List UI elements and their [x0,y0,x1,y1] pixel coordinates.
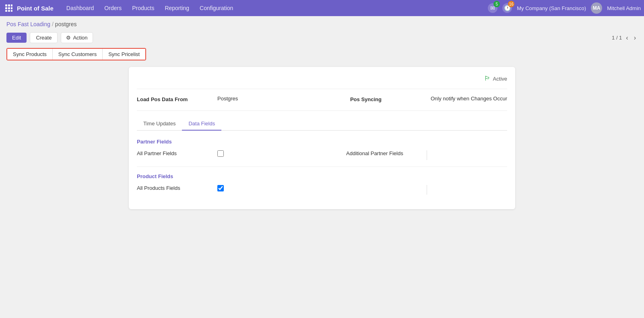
tab-time-updates[interactable]: Time Updates [137,117,182,131]
pagination-next[interactable]: › [632,33,638,42]
inner-tabs: Time Updates Data Fields [137,117,507,131]
navbar-right: ✉ 5 🕐 16 My Company (San Francisco) MA M… [488,2,641,14]
svg-rect-8 [11,10,12,12]
tab-data-fields[interactable]: Data Fields [182,117,221,131]
pos-syncing-value: Only notify when Changes Occur [431,96,507,102]
action-button[interactable]: ⚙ Action [61,32,93,43]
load-pos-label: Load Pos Data From [137,96,217,102]
pos-syncing-label: Pos Syncing [350,96,431,102]
action-label: Action [73,35,87,41]
top-divider [137,89,507,89]
avatar[interactable]: MA [591,2,602,14]
load-pos-value: Postgres [217,96,238,102]
active-badge-row: 🏳 Active [137,75,507,82]
all-partner-label: All Partner Fields [137,150,217,156]
apps-icon[interactable] [3,2,14,14]
nav-dashboard[interactable]: Dashboard [62,3,99,13]
activities-badge: 16 [508,1,514,7]
all-partner-fields-row: All Partner Fields Additional Partner Fi… [137,150,507,160]
page-content: Pos Fast Loading / postgres Edit Create … [0,16,644,214]
svg-rect-0 [5,4,7,6]
pagination-prev[interactable]: ‹ [624,33,630,42]
pagination-count: 1 / 1 [612,35,622,41]
activities-icon[interactable]: 🕐 16 [502,3,512,13]
company-name[interactable]: My Company (San Francisco) [517,5,586,11]
breadcrumb-parent[interactable]: Pos Fast Loading [6,21,50,27]
messages-badge: 5 [493,1,500,7]
pagination: 1 / 1 ‹ › [612,33,638,42]
all-partner-checkbox-wrap [217,150,224,157]
app-title: Point of Sale [17,5,54,12]
user-name: Mitchell Admin [607,5,641,11]
all-products-checkbox[interactable] [217,185,224,191]
nav-configuration[interactable]: Configuration [195,3,238,13]
additional-partner-input[interactable] [427,150,507,160]
nav-reporting[interactable]: Reporting [160,3,194,13]
section-divider [137,166,507,167]
breadcrumb: Pos Fast Loading / postgres [6,21,638,27]
nav-products[interactable]: Products [127,3,159,13]
all-products-extra-input[interactable] [427,185,507,195]
active-badge: 🏳 Active [484,75,507,82]
load-pos-row: Load Pos Data From Postgres Pos Syncing … [137,96,507,102]
sync-pricelist-button[interactable]: Sync Pricelist [103,49,145,60]
sync-products-button[interactable]: Sync Products [7,49,53,60]
active-label: Active [493,76,507,82]
main-toolbar: Edit Create ⚙ Action 1 / 1 ‹ › [6,32,638,43]
svg-rect-5 [11,7,12,9]
svg-rect-6 [5,10,7,12]
mid-divider [137,110,507,111]
navbar-menu: Dashboard Orders Products Reporting Conf… [62,3,488,13]
product-fields-header: Product Fields [137,173,507,179]
breadcrumb-current: postgres [55,21,77,27]
svg-rect-2 [11,4,12,6]
all-products-label: All Products Fields [137,185,217,191]
partner-fields-header: Partner Fields [137,139,507,145]
breadcrumb-separator: / [52,21,54,27]
messages-icon[interactable]: ✉ 5 [488,3,497,13]
main-card: 🏳 Active Load Pos Data From Postgres Pos… [129,67,515,209]
active-icon: 🏳 [484,75,491,82]
create-button[interactable]: Create [30,32,58,43]
svg-rect-1 [8,4,10,6]
all-partner-checkbox[interactable] [217,150,224,157]
nav-orders[interactable]: Orders [99,3,126,13]
svg-rect-4 [8,7,10,9]
svg-rect-3 [5,7,7,9]
navbar: Point of Sale Dashboard Orders Products … [0,0,644,16]
edit-button[interactable]: Edit [6,33,27,43]
action-gear-icon: ⚙ [66,35,71,41]
all-products-checkbox-wrap [217,185,224,191]
svg-rect-7 [8,10,10,12]
additional-partner-label: Additional Partner Fields [346,150,427,156]
all-products-fields-row: All Products Fields [137,185,507,195]
sync-customers-button[interactable]: Sync Customers [53,49,103,60]
sub-toolbar: Sync Products Sync Customers Sync Pricel… [6,48,146,60]
